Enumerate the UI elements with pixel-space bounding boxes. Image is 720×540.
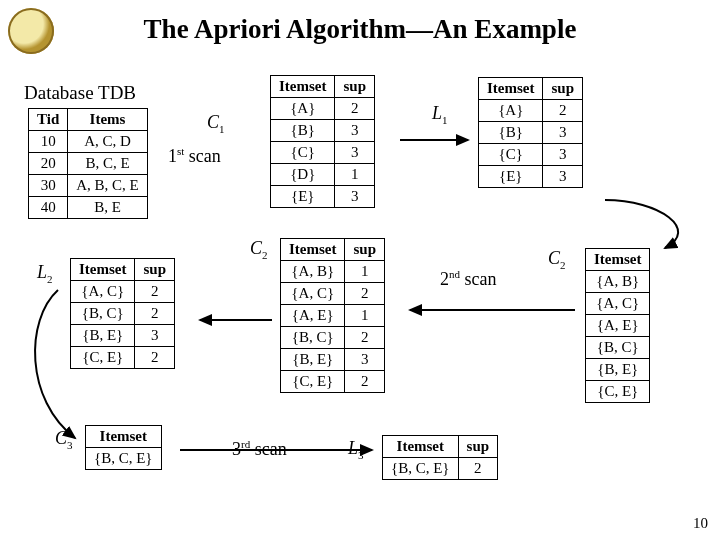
label-l3: L3: [348, 438, 364, 461]
table-row: {B, C}2: [281, 327, 385, 349]
table-row: {E}3: [271, 186, 375, 208]
table-row: {A, E}1: [281, 305, 385, 327]
table-row: 40B, E: [29, 197, 148, 219]
table-row: {B, C}2: [71, 303, 175, 325]
page-number: 10: [693, 515, 708, 532]
table-c2-sup: Itemsetsup {A, B}1 {A, C}2 {A, E}1 {B, C…: [280, 238, 385, 393]
table-l2: Itemsetsup {A, C}2 {B, C}2 {B, E}3 {C, E…: [70, 258, 175, 369]
page-title: The Apriori Algorithm—An Example: [0, 14, 720, 45]
table-row: {A, C}2: [71, 281, 175, 303]
table-row: {A, C}: [586, 293, 650, 315]
label-second-scan: 2nd scan: [440, 268, 496, 290]
table-row: {A, C}2: [281, 283, 385, 305]
table-row: {A}2: [271, 98, 375, 120]
tdb-header-items: Items: [68, 109, 148, 131]
table-c3: Itemset {B, C, E}: [85, 425, 162, 470]
table-row: {C, E}2: [71, 347, 175, 369]
table-row: {B, C, E}: [86, 448, 162, 470]
university-logo: [8, 8, 54, 54]
table-row: {B, E}3: [281, 349, 385, 371]
label-c2-sup: C2: [250, 238, 268, 261]
label-l2: L2: [37, 262, 53, 285]
table-row: {A}2: [479, 100, 583, 122]
table-c1: Itemsetsup {A}2 {B}3 {C}3 {D}1 {E}3: [270, 75, 375, 208]
table-row: 10A, C, D: [29, 131, 148, 153]
table-row: {C}3: [271, 142, 375, 164]
table-row: {B, C}: [586, 337, 650, 359]
table-l3: Itemsetsup {B, C, E}2: [382, 435, 498, 480]
table-row: {C, E}2: [281, 371, 385, 393]
label-c3: C3: [55, 428, 73, 451]
table-row: 30A, B, C, E: [29, 175, 148, 197]
table-row: {D}1: [271, 164, 375, 186]
database-caption: Database TDB: [24, 82, 136, 104]
label-third-scan: 3rd scan: [232, 438, 287, 460]
table-row: {E}3: [479, 166, 583, 188]
table-row: {A, E}: [586, 315, 650, 337]
table-row: {A, B}1: [281, 261, 385, 283]
table-row: {B}3: [271, 120, 375, 142]
table-row: {B, E}: [586, 359, 650, 381]
label-c1: C1: [207, 112, 225, 135]
label-first-scan: 1st scan: [168, 145, 221, 167]
tdb-header-tid: Tid: [29, 109, 68, 131]
table-row: {B, C, E}2: [383, 458, 498, 480]
table-l1: Itemsetsup {A}2 {B}3 {C}3 {E}3: [478, 77, 583, 188]
label-c2-cand: C2: [548, 248, 566, 271]
table-row: {A, B}: [586, 271, 650, 293]
table-row: {B, E}3: [71, 325, 175, 347]
table-row: {C}3: [479, 144, 583, 166]
table-row: {C, E}: [586, 381, 650, 403]
table-row: 20B, C, E: [29, 153, 148, 175]
table-row: {B}3: [479, 122, 583, 144]
table-tdb: TidItems 10A, C, D 20B, C, E 30A, B, C, …: [28, 108, 148, 219]
label-l1: L1: [432, 103, 448, 126]
table-c2-cand: Itemset {A, B} {A, C} {A, E} {B, C} {B, …: [585, 248, 650, 403]
